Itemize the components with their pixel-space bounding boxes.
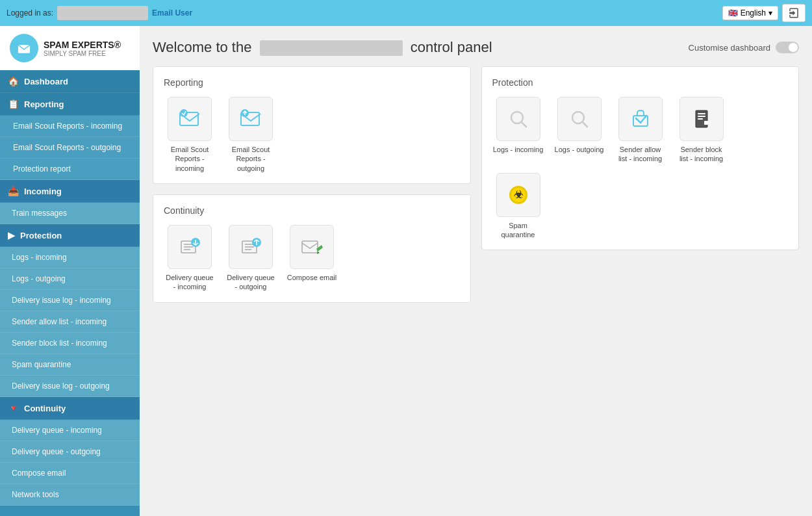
tagline: SIMPLY SPAM FREE — [44, 50, 121, 57]
continuity-icon: 🔻 — [8, 403, 19, 413]
continuity-panel-title: Continuity — [164, 205, 460, 216]
card-sender-block[interactable]: Sender block list - incoming — [676, 97, 728, 164]
card-label-email-scout-incoming: Email Scout Reports - incoming — [164, 145, 216, 173]
card-logs-incoming[interactable]: Logs - incoming — [492, 97, 544, 164]
card-icon-dq-incoming — [168, 225, 212, 269]
card-icon-compose — [290, 225, 334, 269]
page-title-row: Welcome to the control panel Customise d… — [153, 39, 799, 56]
chevron-down-icon: ▾ — [768, 8, 772, 18]
card-icon-logs-incoming — [496, 97, 540, 141]
reporting-panel-title: Reporting — [164, 77, 460, 88]
sidebar-item-delivery-issue-incoming[interactable]: Delivery issue log - incoming — [0, 290, 140, 311]
sidebar-item-delivery-queue-incoming[interactable]: Delivery queue - incoming — [0, 420, 140, 441]
sidebar-item-protection-report[interactable]: Protection report — [0, 159, 140, 180]
username-input[interactable] — [57, 6, 148, 20]
sidebar-item-delivery-issue-outgoing[interactable]: Delivery issue log - outgoing — [0, 376, 140, 397]
logo-area: SPAM EXPERTS® SIMPLY SPAM FREE — [0, 26, 140, 70]
card-logs-outgoing[interactable]: Logs - outgoing — [553, 97, 605, 164]
left-panels: Reporting — [153, 66, 471, 313]
card-label-logs-incoming: Logs - incoming — [493, 145, 544, 154]
continuity-cards: Delivery queue - incoming — [164, 225, 460, 292]
email-user-link[interactable]: Email User — [152, 8, 192, 18]
protection-report-label: Protection report — [13, 164, 71, 174]
logo-icon — [10, 34, 38, 62]
sidebar-item-incoming[interactable]: 📥 Incoming — [0, 180, 140, 203]
sender-block-icon — [689, 107, 714, 131]
customise-toggle[interactable] — [776, 42, 799, 53]
sidebar-item-logs-incoming[interactable]: Logs - incoming — [0, 247, 140, 268]
sidebar-item-email-scout-outgoing[interactable]: Email Scout Reports - outgoing — [0, 137, 140, 159]
card-label-logs-outgoing: Logs - outgoing — [555, 145, 604, 154]
logout-button[interactable] — [782, 4, 806, 22]
protection-icon: ▶ — [8, 230, 15, 240]
sidebar-item-dashboard[interactable]: 🏠 Dashboard — [0, 70, 140, 93]
sidebar-item-spam-quarantine[interactable]: Spam quarantine — [0, 354, 140, 376]
queue-outgoing-icon — [238, 235, 263, 259]
card-email-scout-outgoing[interactable]: Email Scout Reports - outgoing — [225, 97, 277, 173]
reporting-icon: 📋 — [8, 99, 19, 109]
card-icon-sender-allow — [618, 97, 663, 141]
card-label-dq-incoming: Delivery queue - incoming — [164, 273, 216, 292]
card-label-email-scout-outgoing: Email Scout Reports - outgoing — [225, 145, 277, 173]
sidebar-item-email-scout-incoming[interactable]: Email Scout Reports - incoming — [0, 116, 140, 137]
card-label-sender-block: Sender block list - incoming — [676, 145, 728, 164]
continuity-panel: Continuity — [153, 194, 471, 303]
card-sender-allow[interactable]: Sender allow list - incoming — [615, 97, 666, 164]
logo-text: SPAM EXPERTS® SIMPLY SPAM FREE — [44, 40, 121, 57]
card-email-scout-incoming[interactable]: Email Scout Reports - incoming — [164, 97, 216, 173]
svg-rect-26 — [704, 121, 708, 125]
sidebar-item-continuity[interactable]: 🔻 Continuity — [0, 397, 140, 420]
card-compose-email[interactable]: Compose email — [286, 225, 338, 292]
logged-in-label: Logged in as: — [6, 8, 53, 18]
reporting-label: Reporting — [24, 99, 64, 109]
svg-rect-24 — [698, 116, 705, 117]
envelope-logo-icon — [15, 39, 33, 57]
logs-incoming-icon — [506, 107, 531, 131]
sidebar-item-reporting[interactable]: 📋 Reporting — [0, 93, 140, 116]
top-bar: Logged in as: Email User 🇬🇧 English ▾ — [0, 0, 812, 26]
card-icon-sender-block — [679, 97, 724, 141]
svg-rect-25 — [698, 118, 703, 120]
svg-line-20 — [583, 122, 587, 127]
brand-name: SPAM EXPERTS® — [44, 40, 121, 50]
card-delivery-queue-outgoing[interactable]: Delivery queue - outgoing — [225, 225, 277, 292]
network-tools-label: Network tools — [12, 490, 59, 499]
sidebar-item-train-messages[interactable]: Train messages — [0, 203, 140, 224]
card-icon-logs-outgoing — [557, 97, 602, 141]
incoming-label: Incoming — [24, 187, 62, 196]
sidebar-item-logs-outgoing[interactable]: Logs - outgoing — [0, 268, 140, 290]
card-label-dq-outgoing: Delivery queue - outgoing — [225, 273, 277, 292]
compose-email-icon — [299, 235, 324, 259]
language-button[interactable]: 🇬🇧 English ▾ — [722, 6, 778, 20]
sidebar-item-protection[interactable]: ▶ Protection — [0, 224, 140, 247]
email-scout-outgoing-label: Email Scout Reports - outgoing — [13, 143, 121, 152]
logs-incoming-label: Logs - incoming — [12, 253, 67, 262]
right-panels: Protection Logs - incoming — [481, 66, 800, 261]
customise-dashboard-area: Customise dashboard — [689, 42, 799, 53]
svg-point-3 — [180, 109, 188, 117]
card-label-compose: Compose email — [287, 273, 336, 282]
envelope-outgoing-icon — [238, 107, 263, 131]
protection-panel: Protection Logs - incoming — [481, 66, 800, 250]
card-delivery-queue-incoming[interactable]: Delivery queue - incoming — [164, 225, 216, 292]
card-icon-email-scout-outgoing — [229, 97, 273, 141]
sidebar-item-network-tools[interactable]: Network tools — [0, 484, 140, 506]
sidebar-item-delivery-queue-outgoing[interactable]: Delivery queue - outgoing — [0, 441, 140, 463]
train-messages-label: Train messages — [12, 209, 67, 218]
dashboard-label: Dashboard — [24, 77, 68, 86]
sidebar-item-sender-allow-incoming[interactable]: Sender allow list - incoming — [0, 311, 140, 333]
logs-outgoing-label: Logs - outgoing — [12, 274, 66, 283]
customise-label: Customise dashboard — [689, 43, 770, 53]
panels-row: Reporting — [153, 66, 799, 313]
main-content: Welcome to the control panel Customise d… — [140, 26, 812, 516]
card-spam-quarantine[interactable]: ☣ Spam quarantine — [492, 173, 544, 240]
svg-text:☣: ☣ — [514, 189, 524, 200]
sidebar: SPAM EXPERTS® SIMPLY SPAM FREE 🏠 Dashboa… — [0, 26, 140, 516]
sidebar-item-compose-email[interactable]: Compose email — [0, 463, 140, 484]
sidebar-item-sender-block-incoming[interactable]: Sender block list - incoming — [0, 333, 140, 354]
incoming-icon: 📥 — [8, 186, 19, 196]
compose-email-label: Compose email — [12, 469, 66, 478]
flag-icon: 🇬🇧 — [728, 8, 738, 18]
card-icon-email-scout-incoming — [168, 97, 212, 141]
card-icon-spam-quarantine: ☣ — [496, 173, 540, 217]
